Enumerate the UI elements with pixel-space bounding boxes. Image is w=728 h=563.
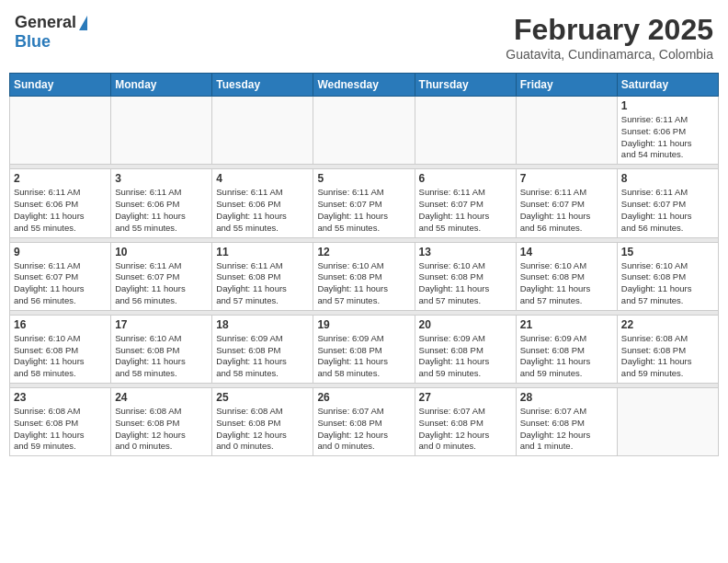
day-info: Sunrise: 6:08 AM Sunset: 6:08 PM Dayligh… — [216, 406, 309, 453]
month-year-title: February 2025 — [506, 13, 713, 47]
day-number: 7 — [520, 172, 613, 185]
day-number: 8 — [621, 172, 714, 185]
logo-general-text: General — [15, 13, 76, 32]
calendar-week-4: 16Sunrise: 6:10 AM Sunset: 6:08 PM Dayli… — [10, 315, 719, 383]
day-number: 1 — [621, 99, 714, 112]
calendar-day — [313, 97, 415, 165]
day-info: Sunrise: 6:11 AM Sunset: 6:07 PM Dayligh… — [14, 260, 107, 307]
day-info: Sunrise: 6:11 AM Sunset: 6:06 PM Dayligh… — [621, 114, 714, 161]
day-number: 6 — [419, 172, 512, 185]
calendar-day: 9Sunrise: 6:11 AM Sunset: 6:07 PM Daylig… — [10, 242, 111, 310]
page-header: General Blue February 2025 Guatavita, Cu… — [9, 9, 719, 65]
column-header-wednesday: Wednesday — [313, 74, 415, 97]
day-info: Sunrise: 6:08 AM Sunset: 6:08 PM Dayligh… — [115, 406, 208, 453]
day-number: 26 — [317, 391, 410, 404]
day-number: 2 — [14, 172, 107, 185]
location-subtitle: Guatavita, Cundinamarca, Colombia — [506, 47, 713, 62]
day-info: Sunrise: 6:11 AM Sunset: 6:08 PM Dayligh… — [216, 260, 309, 307]
logo-blue-text: Blue — [15, 32, 51, 51]
day-number: 21 — [520, 318, 613, 331]
calendar-day: 4Sunrise: 6:11 AM Sunset: 6:06 PM Daylig… — [212, 169, 313, 237]
calendar-day: 21Sunrise: 6:09 AM Sunset: 6:08 PM Dayli… — [516, 315, 617, 383]
calendar-day: 7Sunrise: 6:11 AM Sunset: 6:07 PM Daylig… — [516, 169, 617, 237]
calendar-day: 20Sunrise: 6:09 AM Sunset: 6:08 PM Dayli… — [415, 315, 516, 383]
day-number: 12 — [317, 246, 410, 259]
day-number: 27 — [419, 391, 512, 404]
day-number: 9 — [14, 246, 107, 259]
day-info: Sunrise: 6:10 AM Sunset: 6:08 PM Dayligh… — [520, 260, 613, 307]
day-number: 20 — [419, 318, 512, 331]
calendar-header-row: SundayMondayTuesdayWednesdayThursdayFrid… — [10, 74, 719, 97]
day-info: Sunrise: 6:10 AM Sunset: 6:08 PM Dayligh… — [14, 333, 107, 380]
calendar-day: 8Sunrise: 6:11 AM Sunset: 6:07 PM Daylig… — [617, 169, 718, 237]
day-number: 11 — [216, 246, 309, 259]
day-info: Sunrise: 6:11 AM Sunset: 6:07 PM Dayligh… — [115, 260, 208, 307]
day-number: 14 — [520, 246, 613, 259]
day-info: Sunrise: 6:09 AM Sunset: 6:08 PM Dayligh… — [419, 333, 512, 380]
day-info: Sunrise: 6:10 AM Sunset: 6:08 PM Dayligh… — [317, 260, 410, 307]
calendar-day: 19Sunrise: 6:09 AM Sunset: 6:08 PM Dayli… — [313, 315, 415, 383]
day-info: Sunrise: 6:09 AM Sunset: 6:08 PM Dayligh… — [317, 333, 410, 380]
calendar-day: 17Sunrise: 6:10 AM Sunset: 6:08 PM Dayli… — [111, 315, 212, 383]
calendar-day: 18Sunrise: 6:09 AM Sunset: 6:08 PM Dayli… — [212, 315, 313, 383]
column-header-saturday: Saturday — [617, 74, 718, 97]
calendar-day: 13Sunrise: 6:10 AM Sunset: 6:08 PM Dayli… — [415, 242, 516, 310]
column-header-thursday: Thursday — [415, 74, 516, 97]
calendar-day: 5Sunrise: 6:11 AM Sunset: 6:07 PM Daylig… — [313, 169, 415, 237]
day-info: Sunrise: 6:11 AM Sunset: 6:07 PM Dayligh… — [419, 187, 512, 234]
day-number: 19 — [317, 318, 410, 331]
column-header-monday: Monday — [111, 74, 212, 97]
calendar-day: 11Sunrise: 6:11 AM Sunset: 6:08 PM Dayli… — [212, 242, 313, 310]
calendar-day: 12Sunrise: 6:10 AM Sunset: 6:08 PM Dayli… — [313, 242, 415, 310]
day-number: 17 — [115, 318, 208, 331]
calendar-day: 25Sunrise: 6:08 AM Sunset: 6:08 PM Dayli… — [212, 388, 313, 456]
calendar-day: 2Sunrise: 6:11 AM Sunset: 6:06 PM Daylig… — [10, 169, 111, 237]
logo: General Blue — [15, 13, 87, 52]
day-info: Sunrise: 6:11 AM Sunset: 6:07 PM Dayligh… — [621, 187, 714, 234]
day-info: Sunrise: 6:08 AM Sunset: 6:08 PM Dayligh… — [621, 333, 714, 380]
day-info: Sunrise: 6:07 AM Sunset: 6:08 PM Dayligh… — [520, 406, 613, 453]
day-info: Sunrise: 6:10 AM Sunset: 6:08 PM Dayligh… — [621, 260, 714, 307]
day-info: Sunrise: 6:11 AM Sunset: 6:06 PM Dayligh… — [14, 187, 107, 234]
day-info: Sunrise: 6:10 AM Sunset: 6:08 PM Dayligh… — [115, 333, 208, 380]
calendar-day — [212, 97, 313, 165]
calendar-day — [10, 97, 111, 165]
calendar-day: 10Sunrise: 6:11 AM Sunset: 6:07 PM Dayli… — [111, 242, 212, 310]
calendar-week-1: 1Sunrise: 6:11 AM Sunset: 6:06 PM Daylig… — [10, 97, 719, 165]
day-number: 4 — [216, 172, 309, 185]
day-number: 3 — [115, 172, 208, 185]
calendar-day: 27Sunrise: 6:07 AM Sunset: 6:08 PM Dayli… — [415, 388, 516, 456]
day-info: Sunrise: 6:11 AM Sunset: 6:06 PM Dayligh… — [115, 187, 208, 234]
calendar-day — [111, 97, 212, 165]
day-info: Sunrise: 6:07 AM Sunset: 6:08 PM Dayligh… — [317, 406, 410, 453]
day-number: 22 — [621, 318, 714, 331]
calendar-day — [516, 97, 617, 165]
day-number: 10 — [115, 246, 208, 259]
calendar-day: 23Sunrise: 6:08 AM Sunset: 6:08 PM Dayli… — [10, 388, 111, 456]
day-info: Sunrise: 6:09 AM Sunset: 6:08 PM Dayligh… — [520, 333, 613, 380]
day-number: 18 — [216, 318, 309, 331]
calendar-day: 14Sunrise: 6:10 AM Sunset: 6:08 PM Dayli… — [516, 242, 617, 310]
calendar-day: 22Sunrise: 6:08 AM Sunset: 6:08 PM Dayli… — [617, 315, 718, 383]
column-header-friday: Friday — [516, 74, 617, 97]
logo-triangle-icon — [79, 16, 87, 30]
calendar-day — [617, 388, 718, 456]
calendar-day — [415, 97, 516, 165]
day-info: Sunrise: 6:09 AM Sunset: 6:08 PM Dayligh… — [216, 333, 309, 380]
calendar-day: 16Sunrise: 6:10 AM Sunset: 6:08 PM Dayli… — [10, 315, 111, 383]
calendar-day: 6Sunrise: 6:11 AM Sunset: 6:07 PM Daylig… — [415, 169, 516, 237]
calendar-day: 24Sunrise: 6:08 AM Sunset: 6:08 PM Dayli… — [111, 388, 212, 456]
day-number: 15 — [621, 246, 714, 259]
calendar-week-3: 9Sunrise: 6:11 AM Sunset: 6:07 PM Daylig… — [10, 242, 719, 310]
calendar-day: 15Sunrise: 6:10 AM Sunset: 6:08 PM Dayli… — [617, 242, 718, 310]
calendar-day: 3Sunrise: 6:11 AM Sunset: 6:06 PM Daylig… — [111, 169, 212, 237]
column-header-tuesday: Tuesday — [212, 74, 313, 97]
day-info: Sunrise: 6:08 AM Sunset: 6:08 PM Dayligh… — [14, 406, 107, 453]
day-number: 16 — [14, 318, 107, 331]
day-info: Sunrise: 6:11 AM Sunset: 6:07 PM Dayligh… — [317, 187, 410, 234]
calendar-table: SundayMondayTuesdayWednesdayThursdayFrid… — [9, 73, 719, 456]
title-section: February 2025 Guatavita, Cundinamarca, C… — [506, 13, 713, 62]
day-info: Sunrise: 6:11 AM Sunset: 6:07 PM Dayligh… — [520, 187, 613, 234]
day-info: Sunrise: 6:10 AM Sunset: 6:08 PM Dayligh… — [419, 260, 512, 307]
calendar-week-2: 2Sunrise: 6:11 AM Sunset: 6:06 PM Daylig… — [10, 169, 719, 237]
